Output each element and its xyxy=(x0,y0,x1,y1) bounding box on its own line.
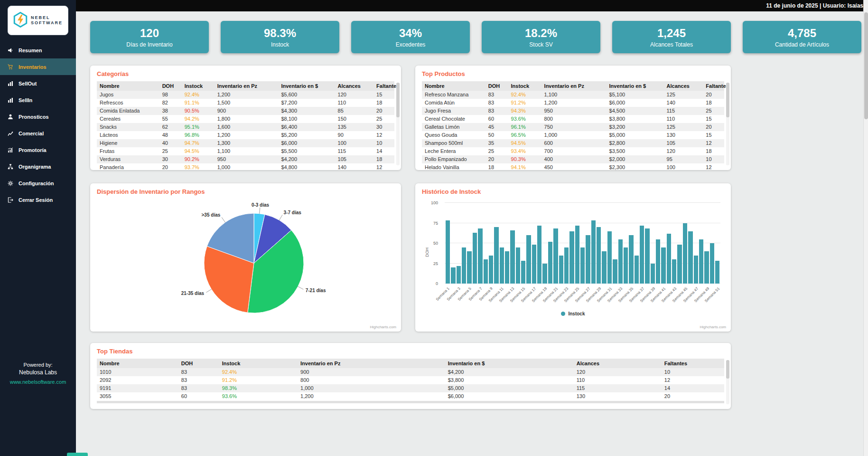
cell-usd: $5,600 xyxy=(278,91,335,99)
bar-column xyxy=(500,203,504,284)
col-header: Inventario en $ xyxy=(607,81,664,91)
page-scrollbar-thumb[interactable] xyxy=(864,12,868,119)
cell-usd: $6,400 xyxy=(278,123,335,131)
website-link[interactable]: www.nebelsoftware.com xyxy=(0,379,76,385)
table-row: Refrescos8291.1%1,500$7,20011018 xyxy=(97,99,394,107)
highcharts-credits[interactable]: Highcharts.com xyxy=(370,325,396,329)
cell-usd: $4,500 xyxy=(607,107,664,115)
top-tiendas-table: NombreDOHInstockInventario en PzInventar… xyxy=(97,359,724,400)
kpi-card-2: 98.3%Instock xyxy=(221,21,339,53)
cell-instock: 91.2% xyxy=(219,376,298,384)
cell-instock: 91.2% xyxy=(508,99,541,107)
cell-doh: 38 xyxy=(159,107,182,115)
table-row: Cereal Chocolate6093.6%800$3,80011015 xyxy=(422,115,724,123)
y-tick-label: 25 xyxy=(433,261,438,266)
table-row: Frutas2594.5%1,100$5,50011514 xyxy=(97,147,394,155)
cell-instock: 96.8% xyxy=(182,131,215,139)
sidebar-item-label: Inventarios xyxy=(19,64,47,70)
cell-usd: $2,300 xyxy=(607,163,664,170)
sidebar-item-comercial[interactable]: Comercial xyxy=(0,125,76,142)
sidebar-item-promotoria[interactable]: Promotoría xyxy=(0,142,76,158)
cell-alcances: 105 xyxy=(664,139,703,147)
kpi-label: Cantidad de Artículos xyxy=(775,41,829,48)
cell-instock: 92.4% xyxy=(219,368,298,376)
cell-usd: $2,000 xyxy=(607,155,664,163)
table-scrollbar[interactable] xyxy=(726,83,729,165)
cell-pz: 600 xyxy=(541,139,607,147)
legend-label: Instock xyxy=(568,311,585,316)
sidebar-item-sellout[interactable]: SellOut xyxy=(0,75,76,92)
cell-pz: 1,000 xyxy=(215,163,279,170)
sidebar-item-label: Configuración xyxy=(19,180,54,186)
sidebar-item-organigrama[interactable]: Organigrama xyxy=(0,158,76,175)
content: 120Días de Inventario98.3%Instock34%Exce… xyxy=(76,11,868,456)
sidebar-item-sellin[interactable]: SellIn xyxy=(0,92,76,108)
sidebar-item-label: Resumen xyxy=(19,48,42,53)
cell-nombre: Refrescos xyxy=(97,99,159,107)
dispersion-card: Dispersión de Inventario por Rangos 0-3 … xyxy=(90,183,401,332)
date-user-label: 11 de junio de 2025 | Usuario: Isaías xyxy=(766,2,863,9)
cell-faltantes: 14 xyxy=(662,384,724,392)
cell-faltantes: 18 xyxy=(703,147,724,155)
pie-label-connector xyxy=(298,286,304,289)
sidebar-footer: Powered by: Nebulosa Labs www.nebelsoftw… xyxy=(0,362,76,385)
bar-column xyxy=(505,203,509,284)
cell-nombre: Snacks xyxy=(97,123,159,131)
bar-column xyxy=(651,203,655,284)
bar xyxy=(640,226,644,284)
page-scrollbar[interactable] xyxy=(863,0,868,456)
cell-pz: 1,200 xyxy=(215,131,279,139)
cell-instock: 98.3% xyxy=(219,384,298,392)
cell-doh: 60 xyxy=(485,115,508,123)
bar-column xyxy=(537,203,541,284)
scrollbar-thumb[interactable] xyxy=(726,360,729,379)
cell-doh: 83 xyxy=(485,91,508,99)
table-row: Refresco Manzana8392.4%1,100$5,10012520 xyxy=(422,91,724,99)
nebel-hexagon-logo-icon xyxy=(13,12,28,29)
sidebar-item-configuracion[interactable]: Configuración xyxy=(0,175,76,191)
y-tick-label: 75 xyxy=(433,221,438,226)
table-scrollbar[interactable] xyxy=(396,83,400,165)
bar-column xyxy=(715,203,719,284)
col-header: Inventario en Pz xyxy=(541,81,607,91)
bar-column xyxy=(661,203,665,284)
table-row: 91918398.3%1,000$5,00011514 xyxy=(97,384,724,392)
bar-column xyxy=(613,203,617,284)
sidebar-item-cerrar-sesion[interactable]: Cerrar Sesión xyxy=(0,191,76,208)
categorias-card: Categorías NombreDOHInstockInventario en… xyxy=(90,66,401,170)
table-row: Pollo Empanizado2090.3%400$2,0009510 xyxy=(422,155,724,163)
cell-pz: 800 xyxy=(298,376,445,384)
cell-pz: 1,200 xyxy=(215,91,279,99)
cell-faltantes: 15 xyxy=(703,115,724,123)
cell-faltantes: 12 xyxy=(373,131,394,139)
scrollbar-thumb[interactable] xyxy=(396,83,400,117)
bar xyxy=(715,261,719,284)
bar-column xyxy=(704,203,709,284)
sidebar-item-resumen[interactable]: Resumen xyxy=(0,42,76,58)
chart-legend[interactable]: Instock xyxy=(422,311,724,316)
sidebar-nav: ResumenInventariosSellOutSellInPronostic… xyxy=(0,42,76,208)
cell-nombre: Lácteos xyxy=(97,131,159,139)
cell-alcances: 100 xyxy=(335,139,374,147)
sidebar-item-pronosticos[interactable]: Pronosticos xyxy=(0,108,76,125)
scrollbar-thumb[interactable] xyxy=(726,83,729,117)
sidebar-item-label: SellIn xyxy=(19,97,32,103)
highcharts-credits[interactable]: Highcharts.com xyxy=(700,325,726,329)
table-scrollbar[interactable] xyxy=(726,360,729,404)
col-header: Nombre xyxy=(97,81,159,91)
cell-instock: 94.7% xyxy=(182,139,215,147)
bar-column xyxy=(575,203,579,284)
col-header: DOH xyxy=(178,359,219,368)
cell-pz: 1,200 xyxy=(541,99,607,107)
bar xyxy=(645,228,649,284)
cell-instock: 91.1% xyxy=(182,99,215,107)
cell-alcances: 115 xyxy=(335,147,374,155)
cell-instock: 92.4% xyxy=(508,91,541,99)
cell-faltantes: 12 xyxy=(662,376,724,384)
bar-column xyxy=(457,203,461,284)
sidebar-item-inventarios[interactable]: Inventarios xyxy=(0,58,76,75)
bar xyxy=(661,247,665,284)
col-header: Faltantes xyxy=(703,81,724,91)
top-bar: 11 de junio de 2025 | Usuario: Isaías xyxy=(76,0,868,11)
col-header: Alcances xyxy=(335,81,374,91)
